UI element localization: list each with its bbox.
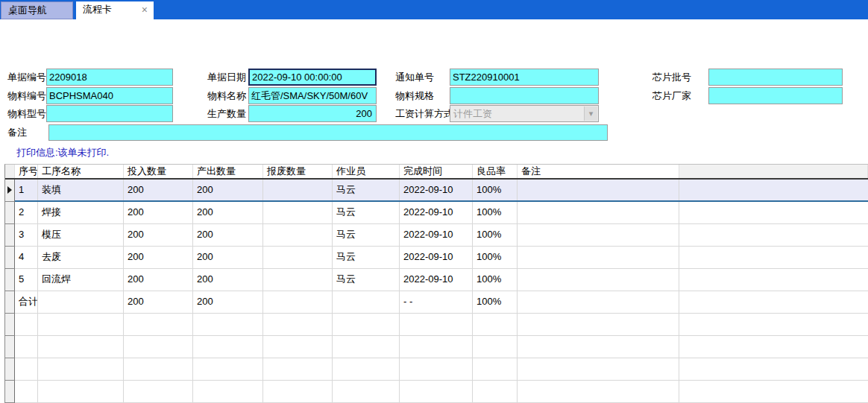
cell-scrap-qty[interactable] <box>263 202 333 223</box>
doc-date-field[interactable] <box>248 69 377 86</box>
row-selector[interactable] <box>5 202 15 224</box>
tab-process-card-label: 流程卡 <box>83 4 112 15</box>
row-selector[interactable] <box>5 180 15 202</box>
cell-output-qty[interactable]: 200 <box>193 247 263 268</box>
cell-process-name[interactable]: 模压 <box>38 224 124 246</box>
notice-no-field[interactable] <box>450 69 599 86</box>
cell-output-qty[interactable]: 200 <box>193 291 263 313</box>
cell-process-name[interactable]: 去废 <box>38 247 124 268</box>
table-row[interactable]: 2 焊接 200 200 马云 2022-09-10 100% <box>5 202 868 224</box>
row-selector[interactable] <box>5 269 15 291</box>
cell-operator[interactable]: 马云 <box>333 224 400 246</box>
current-row-arrow-icon <box>7 186 12 194</box>
remark-field[interactable] <box>48 124 608 141</box>
cell-operator[interactable]: 马云 <box>333 180 400 200</box>
cell-seq[interactable]: 2 <box>15 202 38 223</box>
cell-process-name[interactable]: 回流焊 <box>38 269 124 291</box>
close-tab-icon[interactable]: × <box>142 4 148 16</box>
material-model-label: 物料型号 <box>7 105 46 122</box>
cell-yield-rate[interactable]: 100% <box>473 291 518 313</box>
cell-input-qty[interactable]: 200 <box>124 247 193 268</box>
cell-yield-rate[interactable]: 100% <box>473 224 518 246</box>
col-header-remark: 备注 <box>518 165 679 178</box>
table-row[interactable]: 1 装填 200 200 马云 2022-09-10 100% <box>5 180 868 202</box>
row-selector[interactable] <box>5 291 15 314</box>
cell-scrap-qty[interactable] <box>263 180 333 200</box>
cell-remark[interactable] <box>518 291 679 313</box>
row-filler-cell <box>679 247 868 268</box>
material-name-field[interactable] <box>248 87 377 104</box>
cell-input-qty[interactable]: 200 <box>124 180 193 200</box>
cell-operator[interactable] <box>333 291 400 313</box>
cell-input-qty[interactable]: 200 <box>124 291 193 313</box>
cell-finish-time[interactable]: 2022-09-10 <box>400 202 473 223</box>
tab-process-card[interactable]: 流程卡 × <box>76 1 154 19</box>
cell-scrap-qty[interactable] <box>263 224 333 246</box>
chip-vendor-field[interactable] <box>708 87 843 104</box>
cell-output-qty[interactable]: 200 <box>193 224 263 246</box>
row-filler-cell <box>679 202 868 223</box>
table-row[interactable]: 3 模压 200 200 马云 2022-09-10 100% <box>5 224 868 247</box>
tab-desktop-nav[interactable]: 桌面导航 <box>1 1 73 19</box>
cell-process-name[interactable]: 装填 <box>38 180 124 200</box>
tab-bar: 桌面导航 流程卡 × <box>0 0 868 19</box>
cell-process-name[interactable]: 焊接 <box>38 202 124 223</box>
cell-yield-rate[interactable]: 100% <box>473 247 518 268</box>
cell-remark[interactable] <box>518 180 679 200</box>
cell-input-qty[interactable]: 200 <box>124 269 193 291</box>
table-row[interactable]: 4 去废 200 200 马云 2022-09-10 100% <box>5 247 868 269</box>
header-selector-cell <box>5 165 15 178</box>
row-selector[interactable] <box>5 247 15 269</box>
chevron-down-icon[interactable]: ▾ <box>584 107 597 121</box>
cell-remark[interactable] <box>518 269 679 291</box>
table-total-row[interactable]: 合计 200 200 - - 100% <box>5 291 868 314</box>
cell-finish-time[interactable]: 2022-09-10 <box>400 269 473 291</box>
chip-batch-field[interactable] <box>708 69 843 86</box>
table-row[interactable]: 5 回流焊 200 200 马云 2022-09-10 100% <box>5 269 868 291</box>
material-model-field[interactable] <box>46 105 173 122</box>
cell-remark[interactable] <box>518 202 679 223</box>
cell-operator[interactable]: 马云 <box>333 269 400 291</box>
wage-method-label: 工资计算方式 <box>395 105 453 122</box>
cell-yield-rate[interactable]: 100% <box>473 180 518 200</box>
row-selector <box>5 314 15 336</box>
cell-scrap-qty[interactable] <box>263 269 333 291</box>
cell-finish-time[interactable]: 2022-09-10 <box>400 247 473 268</box>
cell-seq[interactable]: 1 <box>15 180 38 200</box>
cell-process-name[interactable] <box>38 291 124 313</box>
cell-seq[interactable]: 3 <box>15 224 38 246</box>
cell-output-qty[interactable]: 200 <box>193 202 263 223</box>
cell-seq[interactable]: 5 <box>15 269 38 291</box>
cell-yield-rate[interactable]: 100% <box>473 202 518 223</box>
cell-yield-rate[interactable]: 100% <box>473 269 518 291</box>
doc-no-field[interactable] <box>46 69 173 86</box>
cell-output-qty[interactable]: 200 <box>193 180 263 200</box>
col-header-yield-rate: 良品率 <box>473 165 518 178</box>
cell-output-qty[interactable]: 200 <box>193 269 263 291</box>
material-no-field[interactable] <box>46 87 173 104</box>
cell-seq[interactable]: 合计 <box>15 291 38 313</box>
cell-finish-time[interactable]: 2022-09-10 <box>400 224 473 246</box>
wage-method-combo[interactable]: 计件工资 ▾ <box>450 105 599 122</box>
prod-qty-field[interactable] <box>248 105 377 122</box>
cell-finish-time[interactable]: - - <box>400 291 473 313</box>
cell-remark[interactable] <box>518 247 679 268</box>
row-filler-cell <box>679 224 868 246</box>
cell-remark[interactable] <box>518 224 679 246</box>
cell-finish-time[interactable]: 2022-09-10 <box>400 180 473 200</box>
row-selector[interactable] <box>5 224 15 247</box>
cell-seq[interactable]: 4 <box>15 247 38 268</box>
cell-input-qty[interactable]: 200 <box>124 224 193 246</box>
cell-scrap-qty[interactable] <box>263 247 333 268</box>
col-header-finish-time: 完成时间 <box>400 165 473 178</box>
cell-scrap-qty[interactable] <box>263 291 333 313</box>
cell-input-qty[interactable]: 200 <box>124 202 193 223</box>
tab-desktop-nav-label: 桌面导航 <box>8 4 47 16</box>
row-selector <box>5 336 15 358</box>
empty-row <box>5 381 868 403</box>
row-filler-cell <box>679 291 868 313</box>
wage-method-value: 计件工资 <box>453 106 492 121</box>
cell-operator[interactable]: 马云 <box>333 247 400 268</box>
material-spec-field[interactable] <box>450 87 599 104</box>
cell-operator[interactable]: 马云 <box>333 202 400 223</box>
